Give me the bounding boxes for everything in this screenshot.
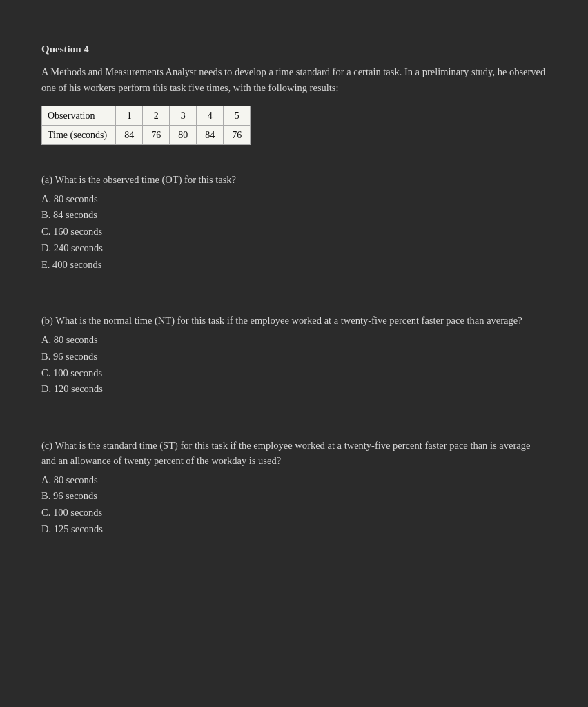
part-c-option-a: A. 80 seconds <box>41 473 547 488</box>
table-header-obs: Observation <box>42 106 116 125</box>
table-header-3: 3 <box>170 106 197 125</box>
table-header-4: 4 <box>197 106 224 125</box>
part-a-option-e: E. 400 seconds <box>41 258 547 273</box>
observation-table: Observation 1 2 3 4 5 Time (seconds) 84 … <box>41 106 251 145</box>
question-container: Question 4 A Methods and Measurements An… <box>41 41 547 537</box>
part-c-options: A. 80 seconds B. 96 seconds C. 100 secon… <box>41 473 547 537</box>
part-a-section: (a) What is the observed time (OT) for t… <box>41 173 547 273</box>
part-a-question: (a) What is the observed time (OT) for t… <box>41 173 547 188</box>
part-b-option-c: C. 100 seconds <box>41 366 547 381</box>
table-cell-1: 84 <box>116 125 143 144</box>
table-cell-2: 76 <box>143 125 170 144</box>
part-a-options: A. 80 seconds B. 84 seconds C. 160 secon… <box>41 192 547 273</box>
part-c-option-c: C. 100 seconds <box>41 505 547 521</box>
part-b-options: A. 80 seconds B. 96 seconds C. 100 secon… <box>41 333 547 397</box>
part-a-option-a: A. 80 seconds <box>41 192 547 207</box>
part-b-option-d: D. 120 seconds <box>41 382 547 397</box>
part-c-question: (c) What is the standard time (ST) for t… <box>41 438 547 469</box>
table-cell-5: 76 <box>224 125 251 144</box>
part-b-option-b: B. 96 seconds <box>41 349 547 365</box>
question-title: Question 4 <box>41 41 547 57</box>
table-row-label: Time (seconds) <box>42 125 116 144</box>
table-cell-3: 80 <box>170 125 197 144</box>
part-a-option-b: B. 84 seconds <box>41 208 547 223</box>
part-c-section: (c) What is the standard time (ST) for t… <box>41 438 547 537</box>
part-c-option-d: D. 125 seconds <box>41 522 547 537</box>
table-cell-4: 84 <box>197 125 224 144</box>
part-b-section: (b) What is the normal time (NT) for thi… <box>41 313 547 397</box>
part-b-question: (b) What is the normal time (NT) for thi… <box>41 313 547 329</box>
part-c-option-b: B. 96 seconds <box>41 489 547 504</box>
part-b-option-a: A. 80 seconds <box>41 333 547 348</box>
part-a-option-d: D. 240 seconds <box>41 241 547 256</box>
table-header-2: 2 <box>143 106 170 125</box>
table-header-5: 5 <box>224 106 251 125</box>
question-header: Question 4 A Methods and Measurements An… <box>41 41 547 145</box>
part-a-option-c: C. 160 seconds <box>41 224 547 240</box>
question-intro: A Methods and Measurements Analyst needs… <box>41 64 547 96</box>
table-header-1: 1 <box>116 106 143 125</box>
